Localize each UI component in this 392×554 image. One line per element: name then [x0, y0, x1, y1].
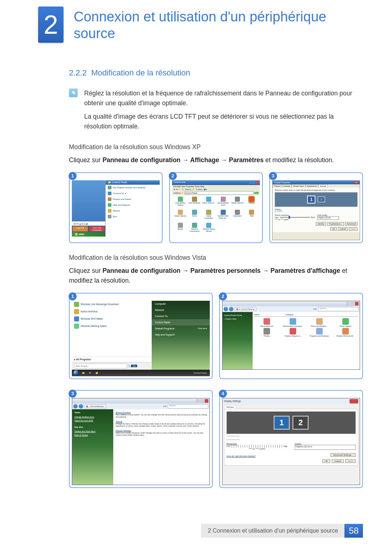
taskbar-item[interactable]: 📁: [81, 371, 86, 374]
right-item[interactable]: Help and Support: [152, 332, 210, 338]
badge-1: 1: [69, 172, 77, 180]
ok-button[interactable]: OK: [330, 227, 337, 231]
fwd-icon[interactable]: ›: [229, 307, 233, 311]
start-button[interactable]: 🪟 start: [72, 232, 105, 237]
cp-icon[interactable]: Network Connections: [188, 223, 201, 235]
start-item[interactable]: Windows DVD Maker: [72, 315, 152, 323]
meetingspace-icon: [74, 324, 79, 329]
cp-icon[interactable]: Network Setup Wizard: [202, 223, 216, 235]
vista-row2: 3 ‹ › ▦ « Personalization ▾ ↻ Search Tas…: [69, 390, 363, 488]
cp-icon[interactable]: Intel(R) GMA Driver for...: [216, 210, 230, 222]
right-item[interactable]: Connect To: [152, 313, 210, 319]
menu-item[interactable]: Help and Support: [106, 202, 160, 208]
taskbar-item[interactable]: 📁: [94, 371, 99, 374]
cp-icon[interactable]: Mail: [245, 210, 258, 222]
search-input[interactable]: Search: [168, 404, 208, 409]
apply-button[interactable]: Apply: [345, 459, 356, 463]
connect-icon: [108, 192, 111, 195]
menu-item[interactable]: Run...: [106, 214, 160, 219]
cp-icon[interactable]: Accessibility Options: [173, 197, 187, 209]
all-programs[interactable]: All Programs: [73, 223, 86, 225]
cp-icon[interactable]: Adobe Gamma: [230, 197, 244, 209]
section-title: Modification de la résolution: [91, 68, 190, 77]
cp-icon-display[interactable]: Display: [245, 197, 258, 209]
window-controls[interactable]: [222, 301, 360, 306]
printer-icon: [108, 197, 111, 201]
breadcrumb[interactable]: ▦ « Personalization: [84, 405, 106, 408]
window-controls[interactable]: [249, 181, 258, 184]
see-link[interactable]: Ease of Access: [74, 433, 111, 437]
start-search[interactable]: [74, 364, 127, 369]
right-item[interactable]: Computer: [152, 301, 210, 307]
cp-item[interactable]: Problem Reports a...: [280, 328, 306, 337]
start-orb-icon[interactable]: [73, 370, 79, 376]
toolbar[interactable]: ⬅ ➡ 📁 🔍Search 📂Folders ▦▾: [172, 188, 260, 191]
right-item[interactable]: Network: [152, 307, 210, 313]
cp-icon[interactable]: Game Controllers: [202, 210, 216, 222]
address-input[interactable]: [185, 191, 253, 195]
colors-select[interactable]: Highest (32 bit) ▾: [295, 445, 356, 450]
breadcrumb[interactable]: ▦ ▸ Control Panel ▸: [234, 307, 256, 311]
cancel-button[interactable]: Cancel: [332, 459, 344, 463]
see-link[interactable]: Taskbar and Start Menu: [74, 430, 111, 433]
norton-icon: [74, 309, 79, 314]
cp-icon[interactable]: Fonts: [188, 210, 201, 222]
advanced-button[interactable]: Advanced: [345, 222, 358, 226]
cp-icon[interactable]: Keyboard: [230, 210, 244, 222]
start-item[interactable]: Windows Live Messenger Download: [72, 301, 152, 308]
cp-classic[interactable]: • Classic View: [224, 317, 251, 321]
go-button[interactable]: Go: [131, 365, 137, 367]
fwd-icon[interactable]: ›: [79, 404, 83, 409]
monitor-arrangement[interactable]: 1 2: [226, 411, 356, 434]
resolution-slider[interactable]: LowHigh: [226, 445, 287, 448]
cp-item[interactable]: Personalizat ion: [254, 318, 279, 327]
task-link[interactable]: Adjust font size (DPI): [74, 419, 111, 422]
monitor-tab[interactable]: Monitor: [224, 405, 236, 409]
back-icon[interactable]: ‹: [73, 404, 78, 409]
troubleshoot-button[interactable]: Troubleshoot...: [327, 222, 344, 226]
right-item-controlpanel[interactable]: Control Panel: [152, 319, 210, 325]
cp-item[interactable]: Programs and Features: [307, 328, 332, 337]
cp-icon[interactable]: Add or Remov...: [202, 197, 216, 209]
taskbar-cp[interactable]: Control Panel: [192, 372, 208, 374]
cp-icon[interactable]: Add Hardware: [188, 197, 201, 209]
task-link[interactable]: Change desktop icons: [74, 415, 111, 419]
cp-icon[interactable]: Folder Options: [173, 210, 187, 222]
monitor-arrangement[interactable]: 12: [275, 192, 358, 207]
all-programs[interactable]: ▸ All Programs: [72, 357, 152, 362]
menu-item[interactable]: Search: [106, 208, 160, 214]
menubar[interactable]: File Edit View Favorites Tools Help: [172, 185, 260, 188]
menu-item[interactable]: Connect To ▸: [106, 190, 160, 196]
identify-button[interactable]: Identify: [316, 222, 326, 226]
xp-step1-box: 1 All Programs ▶ Log Off Turn Off Comput…: [69, 172, 163, 243]
cp-item[interactable]: Phone and Modem...: [307, 318, 332, 327]
back-icon[interactable]: ‹: [224, 307, 228, 311]
close-icon[interactable]: [350, 399, 358, 403]
menu-item[interactable]: Set Program Access and Defaults: [106, 185, 160, 190]
cp-icon[interactable]: Mouse: [173, 223, 187, 235]
start-item[interactable]: Windows Meeting Space: [72, 323, 152, 330]
right-item[interactable]: Default Programs Custo rema: [152, 325, 210, 332]
ok-button[interactable]: OK: [322, 459, 331, 463]
color-select[interactable]: Highest (32 bit): [317, 216, 339, 220]
advanced-button[interactable]: Advanced Settings...: [331, 453, 356, 457]
cp-home[interactable]: Control Panel Home: [224, 313, 251, 317]
help-link[interactable]: How do I get the best display?: [226, 455, 256, 457]
cancel-button[interactable]: Cancel: [338, 227, 348, 231]
logoff-button[interactable]: Log Off: [73, 226, 88, 231]
cp-icon[interactable]: Administrative Tools: [216, 197, 230, 209]
cp-item[interactable]: Power Options: [333, 318, 358, 327]
taskbar-item[interactable]: 🖥: [87, 372, 93, 374]
menu-item[interactable]: Printers and Faxes: [106, 196, 160, 202]
search-input[interactable]: Search: [318, 307, 359, 311]
close-icon[interactable]: ✕: [354, 181, 358, 184]
start-item[interactable]: Norton AntiVirus: [72, 308, 152, 315]
cp-item[interactable]: Realtek HD Audio M...: [333, 328, 358, 337]
apply-button[interactable]: Apply: [349, 227, 358, 231]
tabs[interactable]: ThemesDesktopScreen SaverAppearanceSetti…: [273, 184, 360, 188]
cp-item[interactable]: Printers: [254, 328, 279, 337]
window-controls[interactable]: [72, 398, 209, 403]
turnoff-button[interactable]: Turn Off Computer: [89, 226, 105, 231]
go-button[interactable]: Go: [254, 192, 258, 194]
cp-item[interactable]: Performance Informatio...: [280, 318, 306, 327]
